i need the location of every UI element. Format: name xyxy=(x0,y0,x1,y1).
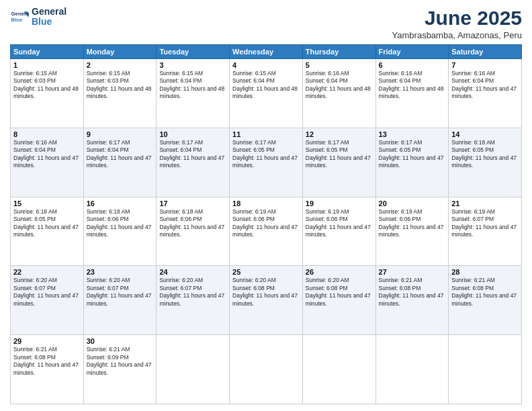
calendar-header-row: SundayMondayTuesdayWednesdayThursdayFrid… xyxy=(11,45,522,59)
day-number: 23 xyxy=(87,268,154,276)
header-day-friday: Friday xyxy=(375,45,449,59)
day-info: Sunrise: 6:21 AMSunset: 6:09 PMDaylight:… xyxy=(87,346,154,377)
day-info: Sunrise: 6:17 AMSunset: 6:05 PMDaylight:… xyxy=(306,139,373,170)
calendar-cell: 20Sunrise: 6:19 AMSunset: 6:06 PMDayligh… xyxy=(375,197,449,266)
logo: General Blue General Blue xyxy=(10,7,66,28)
calendar-cell: 16Sunrise: 6:18 AMSunset: 6:06 PMDayligh… xyxy=(83,197,157,266)
calendar-cell: 10Sunrise: 6:17 AMSunset: 6:04 PMDayligh… xyxy=(157,128,230,197)
week-row-2: 15Sunrise: 6:18 AMSunset: 6:05 PMDayligh… xyxy=(11,197,522,266)
calendar-cell: 7Sunrise: 6:16 AMSunset: 6:04 PMDaylight… xyxy=(449,59,522,128)
day-number: 8 xyxy=(13,130,81,138)
day-number: 24 xyxy=(159,268,226,276)
day-info: Sunrise: 6:15 AMSunset: 6:03 PMDaylight:… xyxy=(13,70,81,101)
day-info: Sunrise: 6:17 AMSunset: 6:05 PMDaylight:… xyxy=(379,139,446,170)
calendar-cell xyxy=(375,335,449,404)
calendar-cell: 11Sunrise: 6:17 AMSunset: 6:05 PMDayligh… xyxy=(230,128,303,197)
calendar-cell xyxy=(302,335,375,404)
day-number: 4 xyxy=(232,61,300,69)
day-number: 9 xyxy=(87,130,154,138)
day-info: Sunrise: 6:15 AMSunset: 6:04 PMDaylight:… xyxy=(159,70,226,101)
day-info: Sunrise: 6:19 AMSunset: 6:06 PMDaylight:… xyxy=(379,208,446,239)
calendar-cell: 18Sunrise: 6:19 AMSunset: 6:06 PMDayligh… xyxy=(230,197,303,266)
calendar-cell: 13Sunrise: 6:17 AMSunset: 6:05 PMDayligh… xyxy=(375,128,449,197)
calendar-cell: 14Sunrise: 6:18 AMSunset: 6:05 PMDayligh… xyxy=(449,128,522,197)
logo-icon: General Blue xyxy=(10,7,29,26)
day-info: Sunrise: 6:21 AMSunset: 6:08 PMDaylight:… xyxy=(379,277,446,308)
calendar-cell: 19Sunrise: 6:19 AMSunset: 6:06 PMDayligh… xyxy=(302,197,375,266)
calendar-cell xyxy=(157,335,230,404)
day-number: 27 xyxy=(379,268,446,276)
day-info: Sunrise: 6:19 AMSunset: 6:06 PMDaylight:… xyxy=(306,208,373,239)
day-number: 12 xyxy=(306,130,373,138)
calendar-cell: 8Sunrise: 6:16 AMSunset: 6:04 PMDaylight… xyxy=(11,128,84,197)
day-number: 17 xyxy=(159,199,226,208)
day-number: 6 xyxy=(379,61,446,69)
header-day-thursday: Thursday xyxy=(302,45,375,59)
day-number: 30 xyxy=(87,337,154,345)
page: General Blue General Blue June 2025 Yamb… xyxy=(0,0,532,411)
day-number: 3 xyxy=(159,61,226,69)
svg-text:Blue: Blue xyxy=(11,17,24,23)
day-number: 19 xyxy=(306,199,373,208)
header: General Blue General Blue June 2025 Yamb… xyxy=(10,7,522,40)
calendar-cell: 25Sunrise: 6:20 AMSunset: 6:08 PMDayligh… xyxy=(230,266,303,335)
day-info: Sunrise: 6:18 AMSunset: 6:06 PMDaylight:… xyxy=(87,208,154,239)
calendar-cell: 3Sunrise: 6:15 AMSunset: 6:04 PMDaylight… xyxy=(157,59,230,128)
calendar-cell: 4Sunrise: 6:15 AMSunset: 6:04 PMDaylight… xyxy=(230,59,303,128)
day-info: Sunrise: 6:18 AMSunset: 6:06 PMDaylight:… xyxy=(159,208,226,239)
calendar-cell: 28Sunrise: 6:21 AMSunset: 6:08 PMDayligh… xyxy=(449,266,522,335)
day-number: 10 xyxy=(159,130,226,138)
calendar-cell: 15Sunrise: 6:18 AMSunset: 6:05 PMDayligh… xyxy=(11,197,84,266)
calendar-body: 1Sunrise: 6:15 AMSunset: 6:03 PMDaylight… xyxy=(11,59,522,404)
day-info: Sunrise: 6:16 AMSunset: 6:04 PMDaylight:… xyxy=(379,70,446,101)
day-number: 13 xyxy=(379,130,446,138)
day-number: 25 xyxy=(232,268,300,276)
header-day-sunday: Sunday xyxy=(11,45,84,59)
calendar-cell: 23Sunrise: 6:20 AMSunset: 6:07 PMDayligh… xyxy=(83,266,157,335)
calendar-cell: 12Sunrise: 6:17 AMSunset: 6:05 PMDayligh… xyxy=(302,128,375,197)
day-info: Sunrise: 6:17 AMSunset: 6:04 PMDaylight:… xyxy=(159,139,226,170)
calendar-cell: 2Sunrise: 6:15 AMSunset: 6:03 PMDaylight… xyxy=(83,59,157,128)
week-row-4: 29Sunrise: 6:21 AMSunset: 6:08 PMDayligh… xyxy=(11,335,522,404)
day-info: Sunrise: 6:17 AMSunset: 6:04 PMDaylight:… xyxy=(87,139,154,170)
day-number: 21 xyxy=(451,199,519,208)
calendar-cell: 21Sunrise: 6:19 AMSunset: 6:07 PMDayligh… xyxy=(449,197,522,266)
header-day-tuesday: Tuesday xyxy=(157,45,230,59)
day-info: Sunrise: 6:21 AMSunset: 6:08 PMDaylight:… xyxy=(451,277,519,308)
main-title: June 2025 xyxy=(392,7,522,29)
calendar-cell xyxy=(230,335,303,404)
week-row-1: 8Sunrise: 6:16 AMSunset: 6:04 PMDaylight… xyxy=(11,128,522,197)
calendar-cell: 1Sunrise: 6:15 AMSunset: 6:03 PMDaylight… xyxy=(11,59,84,128)
day-info: Sunrise: 6:16 AMSunset: 6:04 PMDaylight:… xyxy=(451,70,519,101)
day-info: Sunrise: 6:15 AMSunset: 6:04 PMDaylight:… xyxy=(232,70,300,101)
calendar-cell: 17Sunrise: 6:18 AMSunset: 6:06 PMDayligh… xyxy=(157,197,230,266)
day-info: Sunrise: 6:16 AMSunset: 6:04 PMDaylight:… xyxy=(306,70,373,101)
day-info: Sunrise: 6:18 AMSunset: 6:05 PMDaylight:… xyxy=(451,139,519,170)
day-info: Sunrise: 6:19 AMSunset: 6:06 PMDaylight:… xyxy=(232,208,300,239)
day-number: 22 xyxy=(13,268,81,276)
subtitle: Yambrasbamba, Amazonas, Peru xyxy=(392,30,522,40)
day-number: 7 xyxy=(451,61,519,69)
day-number: 2 xyxy=(87,61,154,69)
day-info: Sunrise: 6:16 AMSunset: 6:04 PMDaylight:… xyxy=(13,139,81,170)
day-number: 28 xyxy=(451,268,519,276)
day-info: Sunrise: 6:19 AMSunset: 6:07 PMDaylight:… xyxy=(451,208,519,239)
day-number: 16 xyxy=(87,199,154,208)
day-info: Sunrise: 6:20 AMSunset: 6:07 PMDaylight:… xyxy=(13,277,81,308)
calendar-cell: 30Sunrise: 6:21 AMSunset: 6:09 PMDayligh… xyxy=(83,335,157,404)
day-number: 14 xyxy=(451,130,519,138)
calendar-cell: 5Sunrise: 6:16 AMSunset: 6:04 PMDaylight… xyxy=(302,59,375,128)
day-info: Sunrise: 6:20 AMSunset: 6:08 PMDaylight:… xyxy=(306,277,373,308)
calendar-cell: 27Sunrise: 6:21 AMSunset: 6:08 PMDayligh… xyxy=(375,266,449,335)
day-number: 15 xyxy=(13,199,81,208)
calendar-cell: 9Sunrise: 6:17 AMSunset: 6:04 PMDaylight… xyxy=(83,128,157,197)
day-info: Sunrise: 6:15 AMSunset: 6:03 PMDaylight:… xyxy=(87,70,154,101)
calendar-cell: 26Sunrise: 6:20 AMSunset: 6:08 PMDayligh… xyxy=(302,266,375,335)
calendar-cell xyxy=(449,335,522,404)
day-info: Sunrise: 6:20 AMSunset: 6:08 PMDaylight:… xyxy=(232,277,300,308)
day-info: Sunrise: 6:20 AMSunset: 6:07 PMDaylight:… xyxy=(159,277,226,308)
day-number: 20 xyxy=(379,199,446,208)
calendar-cell: 29Sunrise: 6:21 AMSunset: 6:08 PMDayligh… xyxy=(11,335,84,404)
day-info: Sunrise: 6:21 AMSunset: 6:08 PMDaylight:… xyxy=(13,346,81,377)
day-number: 5 xyxy=(306,61,373,69)
